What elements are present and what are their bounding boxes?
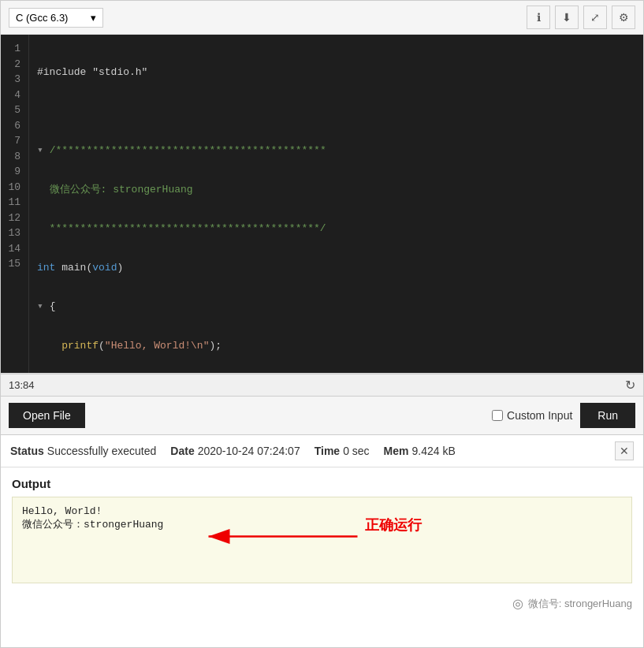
code-content[interactable]: #include "stdio.h" ▾ /******************…	[29, 35, 643, 373]
time-value: 0 sec	[343, 445, 369, 457]
cursor-position: 13:84	[9, 379, 35, 391]
fullscreen-icon[interactable]: ⤢	[583, 6, 607, 29]
code-line-2	[37, 104, 635, 120]
code-line-5: ****************************************…	[37, 221, 635, 236]
line-numbers: 1 2 3 4 5 6 7 8 9 10 11 12 13 14 15	[1, 35, 29, 373]
code-line-8: printf("Hello, World!\n");	[37, 338, 635, 354]
editor-status-bar: 13:84 ↻	[1, 374, 643, 397]
annotation-container: Hello, World! 微信公众号：strongerHuang 正确运行	[12, 497, 632, 583]
result-status-bar: StatusSuccessfully executed Date2020-10-…	[1, 435, 643, 467]
custom-input-label[interactable]: Custom Input	[492, 409, 572, 422]
output-title: Output	[12, 477, 632, 490]
language-label: C (Gcc 6.3)	[16, 12, 68, 24]
action-bar: Open File Custom Input Run	[1, 397, 643, 435]
mem-value: 9.424 kB	[412, 445, 456, 457]
watermark: ◎ 微信号: strongerHuang	[1, 593, 643, 616]
output-line-2: 微信公众号：strongerHuang	[22, 517, 622, 531]
settings-icon[interactable]: ⚙	[612, 6, 635, 29]
refresh-icon[interactable]: ↻	[625, 378, 635, 393]
output-section: Output Hello, World! 微信公众号：strongerHuang…	[1, 467, 643, 593]
custom-input-checkbox[interactable]	[492, 410, 503, 421]
run-button[interactable]: Run	[580, 403, 635, 428]
watermark-text: 微信号: strongerHuang	[528, 597, 632, 611]
info-icon[interactable]: ℹ	[527, 6, 550, 29]
wechat-icon: ◎	[512, 596, 523, 611]
dropdown-arrow-icon: ▾	[91, 12, 96, 24]
status-value: Successfully executed	[47, 445, 157, 457]
code-line-1: #include "stdio.h"	[37, 65, 635, 80]
code-line-6: int main(void)	[37, 260, 635, 276]
date-value: 2020-10-24 07:24:07	[198, 445, 300, 457]
status-label: Status	[10, 445, 44, 457]
toolbar: C (Gcc 6.3) ▾ ℹ ⬇ ⤢ ⚙	[1, 1, 643, 35]
output-line-1: Hello, World!	[22, 505, 622, 517]
code-line-4: 微信公众号: strongerHuang	[37, 182, 635, 198]
open-file-button[interactable]: Open File	[9, 403, 85, 428]
toolbar-icons: ℹ ⬇ ⤢ ⚙	[527, 6, 635, 29]
mem-label: Mem	[384, 445, 409, 457]
custom-input-text: Custom Input	[507, 409, 572, 422]
time-label: Time	[315, 445, 340, 457]
date-label: Date	[170, 445, 194, 457]
output-box: Hello, World! 微信公众号：strongerHuang 正确运行	[12, 497, 632, 583]
download-icon[interactable]: ⬇	[555, 6, 579, 29]
code-line-7: ▾ {	[37, 299, 635, 315]
close-result-button[interactable]: ✕	[615, 441, 634, 460]
code-editor[interactable]: 1 2 3 4 5 6 7 8 9 10 11 12 13 14 15 #inc…	[1, 35, 643, 374]
code-line-3: ▾ /*************************************…	[37, 143, 635, 158]
language-selector[interactable]: C (Gcc 6.3) ▾	[9, 8, 103, 28]
